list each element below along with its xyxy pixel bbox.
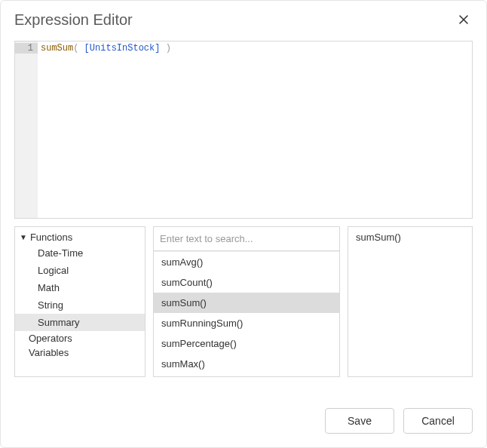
- function-item[interactable]: sumAvg(): [154, 252, 339, 272]
- close-button[interactable]: [455, 13, 473, 28]
- function-item[interactable]: sumMax(): [154, 354, 339, 374]
- tree-node-label: Operators: [29, 333, 72, 344]
- save-button[interactable]: Save: [325, 408, 394, 434]
- code-fn: sumSum: [41, 43, 73, 54]
- caret-down-icon: ▼: [20, 233, 27, 241]
- tree-node-child[interactable]: Date-Time: [15, 244, 145, 262]
- code-content[interactable]: sumSum( [UnitsInStock] ): [38, 41, 472, 218]
- function-item[interactable]: sumPercentage(): [154, 333, 339, 354]
- search-input[interactable]: [157, 230, 336, 247]
- tree-node-label: Functions: [30, 232, 72, 243]
- code-close-paren: ): [166, 43, 171, 54]
- description-text: sumSum(): [348, 227, 472, 247]
- function-item[interactable]: sumMin(): [154, 374, 339, 376]
- tree-node-operators[interactable]: Operators: [15, 331, 145, 345]
- search-wrap: [154, 227, 339, 251]
- lower-panels: ▼ Functions Date-TimeLogicalMathStringSu…: [14, 226, 473, 377]
- dialog-title: Expression Editor: [14, 11, 133, 29]
- tree-node-child[interactable]: Summary: [15, 314, 145, 331]
- tree-node-functions[interactable]: ▼ Functions: [15, 230, 145, 244]
- category-tree-panel: ▼ Functions Date-TimeLogicalMathStringSu…: [14, 226, 145, 377]
- category-tree: ▼ Functions Date-TimeLogicalMathStringSu…: [15, 227, 145, 363]
- tree-node-variables[interactable]: Variables: [15, 345, 145, 360]
- tree-node-child[interactable]: Math: [15, 279, 145, 296]
- dialog-footer: Save Cancel: [1, 397, 486, 447]
- function-item[interactable]: sumSum(): [154, 293, 339, 313]
- function-item[interactable]: sumRunningSum(): [154, 313, 339, 333]
- close-icon: [458, 12, 470, 29]
- expression-editor-dialog: Expression Editor 1 sumSum( [UnitsInStoc…: [0, 0, 487, 448]
- cancel-button[interactable]: Cancel: [403, 408, 473, 434]
- dialog-header: Expression Editor: [1, 1, 486, 36]
- function-list-panel: sumAvg()sumCount()sumSum()sumRunningSum(…: [153, 226, 340, 377]
- tree-node-child[interactable]: String: [15, 296, 145, 314]
- description-panel: sumSum(): [348, 226, 473, 377]
- function-item[interactable]: sumCount(): [154, 272, 339, 293]
- line-number: 1: [15, 43, 38, 54]
- tree-node-child[interactable]: Logical: [15, 262, 145, 279]
- tree-node-label: Variables: [29, 347, 69, 358]
- code-field: [UnitsInStock]: [78, 43, 165, 54]
- gutter: 1: [15, 41, 38, 218]
- function-list[interactable]: sumAvg()sumCount()sumSum()sumRunningSum(…: [154, 251, 339, 376]
- code-editor[interactable]: 1 sumSum( [UnitsInStock] ): [14, 41, 473, 219]
